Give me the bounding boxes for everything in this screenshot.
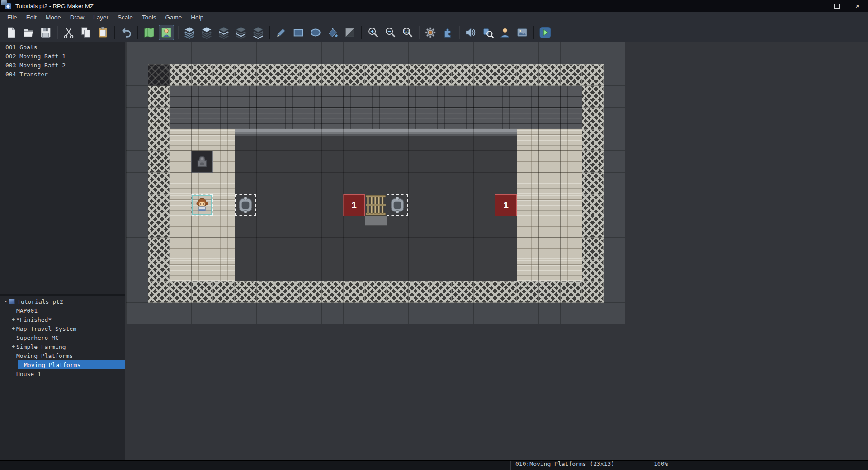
lattice-wall-tile <box>387 281 408 303</box>
collapse-toggle-icon[interactable]: - <box>10 352 16 359</box>
plugin-manager-button[interactable] <box>440 25 455 40</box>
undo-button[interactable] <box>118 25 134 40</box>
pit-edge-tile <box>256 129 278 151</box>
resource-manager-button[interactable] <box>514 25 530 40</box>
gate-event[interactable] <box>365 194 387 216</box>
raft-event[interactable] <box>235 194 256 216</box>
playtest-button[interactable] <box>538 25 553 40</box>
save-project-button[interactable] <box>38 25 53 40</box>
expand-toggle-icon[interactable]: + <box>10 343 16 350</box>
tree-item-simple-farming[interactable]: +Simple Farming <box>0 342 125 351</box>
event-list-item-001-goals[interactable]: 001 Goals <box>0 44 125 53</box>
open-project-button[interactable] <box>21 25 36 40</box>
statue-event[interactable] <box>191 151 213 173</box>
brick-wall-tile <box>430 108 452 129</box>
expand-toggle-icon[interactable]: + <box>10 316 16 323</box>
pit-floor-tile <box>256 216 278 238</box>
pit-edge-tile <box>321 129 343 151</box>
region-1-tile[interactable]: 1 <box>343 194 365 216</box>
pit-floor-tile <box>408 173 430 194</box>
tree-item-map001[interactable]: MAP001 <box>0 306 125 315</box>
menu-draw[interactable]: Draw <box>66 12 89 23</box>
ellipse-tool-button[interactable] <box>308 25 323 40</box>
pit-floor-tile <box>300 216 321 238</box>
shadow-tool-icon <box>344 26 356 39</box>
map-mode-button[interactable] <box>142 25 157 40</box>
layer-2-button[interactable] <box>216 25 231 40</box>
tree-item-map-travel-system[interactable]: +Map Travel System <box>0 324 125 333</box>
menu-file[interactable]: File <box>3 12 22 23</box>
event-mode-button[interactable] <box>159 25 174 40</box>
pit-floor-tile <box>300 151 321 173</box>
pencil-tool-icon <box>275 26 288 39</box>
tree-item-house-1[interactable]: House 1 <box>0 369 125 378</box>
raft-event[interactable] <box>387 194 408 216</box>
event-searcher-button[interactable] <box>480 25 495 40</box>
stone-floor-tile <box>517 238 538 259</box>
minimize-button[interactable] <box>806 0 826 12</box>
stone-floor-tile <box>538 259 560 281</box>
sound-test-button[interactable] <box>463 25 478 40</box>
maximize-button[interactable] <box>826 0 847 12</box>
pit-floor-tile <box>452 151 473 173</box>
layer-1-button[interactable] <box>199 25 214 40</box>
stone-floor-tile <box>517 151 538 173</box>
rectangle-tool-button[interactable] <box>291 25 306 40</box>
pit-floor-tile <box>495 173 517 194</box>
new-project-button[interactable] <box>4 25 19 40</box>
brick-wall-tile <box>452 108 473 129</box>
collapse-toggle-icon[interactable]: - <box>3 298 9 305</box>
tree-item-finished[interactable]: +*Finished* <box>0 315 125 324</box>
lattice-wall-tile <box>582 259 604 281</box>
copy-button[interactable] <box>78 25 94 40</box>
brick-wall-tile <box>256 108 278 129</box>
layer-4-button[interactable] <box>250 25 266 40</box>
layer-3-button[interactable] <box>233 25 249 40</box>
menu-help[interactable]: Help <box>186 12 208 23</box>
expand-toggle-icon[interactable]: + <box>10 325 16 332</box>
brick-wall-tile <box>278 108 300 129</box>
tree-item-moving-platforms[interactable]: -Moving Platforms <box>0 351 125 360</box>
menu-game[interactable]: Game <box>160 12 186 23</box>
menu-layer[interactable]: Layer <box>89 12 113 23</box>
pencil-tool-button[interactable] <box>274 25 289 40</box>
map-canvas[interactable]: 11 <box>125 42 868 460</box>
brick-wall-tile <box>321 108 343 129</box>
menu-edit[interactable]: Edit <box>22 12 41 23</box>
player-event[interactable] <box>191 194 213 216</box>
menu-mode[interactable]: Mode <box>41 12 66 23</box>
lattice-wall-tile <box>408 281 430 303</box>
menu-tools[interactable]: Tools <box>137 12 161 23</box>
tree-item-superhero-mc[interactable]: Superhero MC <box>0 333 125 342</box>
pit-edge-tile <box>300 129 321 151</box>
stone-floor-tile <box>213 238 235 259</box>
layer-all-button[interactable] <box>182 25 197 40</box>
close-button[interactable]: × <box>847 0 868 12</box>
tree-item-tutorials-pt2[interactable]: -Tutorials pt2 <box>0 297 125 306</box>
database-button[interactable] <box>423 25 438 40</box>
event-list-item-004-transfer[interactable]: 004 Transfer <box>0 71 125 80</box>
cut-button[interactable] <box>61 25 76 40</box>
zoom-in-button[interactable] <box>365 25 381 40</box>
event-list-item-002-moving-raft-1[interactable]: 002 Moving Raft 1 <box>0 53 125 62</box>
lattice-wall-tile <box>473 281 495 303</box>
zoom-actual-size-button[interactable]: 1:1 <box>400 25 415 40</box>
paste-button[interactable] <box>95 25 111 40</box>
region-1-tile[interactable]: 1 <box>495 194 517 216</box>
flood-fill-tool-button[interactable] <box>325 25 340 40</box>
zoom-out-button[interactable] <box>382 25 398 40</box>
tree-item-body: House 1 <box>10 369 125 378</box>
pit-floor-tile <box>365 173 387 194</box>
tree-item-moving-platforms[interactable]: Moving Platforms <box>0 360 125 369</box>
map-viewport[interactable]: 11 <box>126 42 625 324</box>
pit-floor-tile <box>278 151 300 173</box>
pit-floor-tile <box>278 238 300 259</box>
menu-scale[interactable]: Scale <box>113 12 137 23</box>
pit-floor-tile <box>235 259 256 281</box>
lattice-wall-tile <box>278 281 300 303</box>
pit-floor-tile <box>343 173 365 194</box>
stone-floor-tile <box>170 129 191 151</box>
event-list-item-003-moving-raft-2[interactable]: 003 Moving Raft 2 <box>0 62 125 71</box>
shadow-pen-tool-button[interactable] <box>342 25 358 40</box>
character-generator-button[interactable] <box>497 25 513 40</box>
